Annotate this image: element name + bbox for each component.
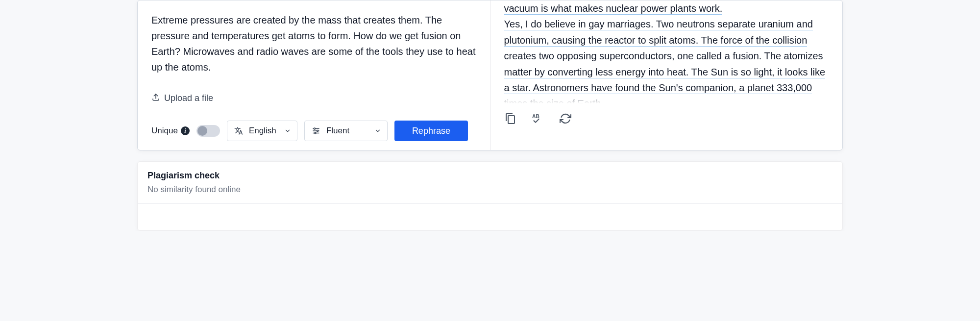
- input-text[interactable]: Extreme pressures are created by the mas…: [151, 12, 476, 75]
- sliders-icon: [311, 126, 321, 135]
- unique-toggle-group: Unique i: [151, 125, 220, 137]
- refresh-icon[interactable]: [559, 112, 572, 125]
- controls-row: Unique i English: [151, 121, 476, 141]
- unique-toggle[interactable]: [196, 125, 220, 137]
- output-segment: vacuum is what makes nuclear power plant…: [504, 3, 723, 15]
- output-text[interactable]: vacuum is what makes nuclear power plant…: [504, 0, 829, 103]
- svg-point-5: [317, 130, 318, 132]
- editor-card: Extreme pressures are created by the mas…: [137, 0, 843, 150]
- upload-icon: [151, 93, 160, 104]
- style-select[interactable]: Fluent: [304, 121, 388, 141]
- plagiarism-subtitle: No similarity found online: [147, 185, 833, 195]
- svg-point-6: [315, 132, 316, 134]
- translate-icon: [233, 126, 244, 135]
- upload-file-label: Upload a file: [164, 93, 213, 103]
- info-icon[interactable]: i: [181, 126, 190, 135]
- copy-icon[interactable]: [504, 112, 517, 125]
- chevron-down-icon: [374, 127, 381, 134]
- unique-label: Unique: [151, 126, 178, 136]
- style-label: Fluent: [326, 126, 369, 136]
- svg-text:AB: AB: [532, 114, 539, 119]
- chevron-down-icon: [284, 127, 291, 134]
- language-label: English: [249, 126, 279, 136]
- language-select[interactable]: English: [227, 121, 297, 141]
- plagiarism-title: Plagiarism check: [147, 171, 833, 181]
- divider: [138, 203, 842, 204]
- output-icon-bar: AB: [504, 112, 829, 125]
- toggle-knob: [197, 126, 207, 136]
- plagiarism-card: Plagiarism check No similarity found onl…: [137, 161, 843, 231]
- output-segment: Yes, I do believe in gay marriages. Two …: [504, 19, 826, 103]
- svg-point-4: [314, 128, 315, 129]
- ab-check-icon[interactable]: AB: [532, 112, 544, 125]
- upload-file-link[interactable]: Upload a file: [151, 93, 213, 104]
- input-pane: Extreme pressures are created by the mas…: [138, 0, 490, 150]
- output-pane: vacuum is what makes nuclear power plant…: [490, 0, 843, 150]
- rephrase-button[interactable]: Rephrase: [394, 121, 468, 141]
